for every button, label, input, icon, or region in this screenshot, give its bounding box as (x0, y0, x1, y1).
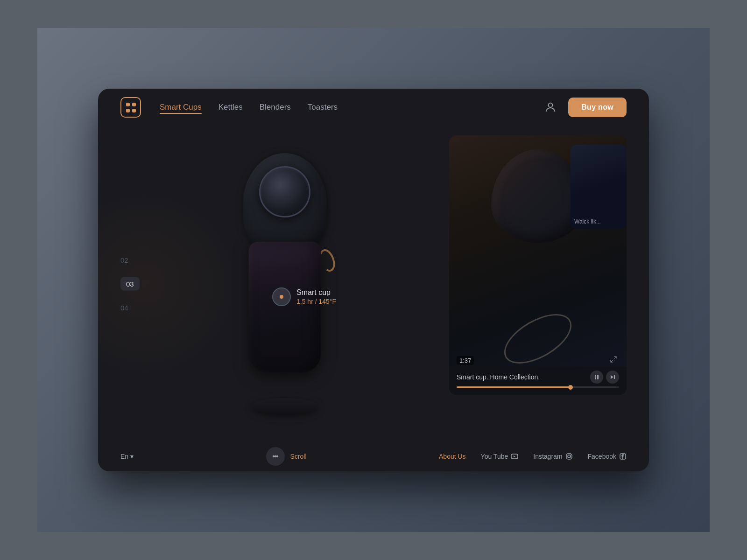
next-button[interactable] (606, 371, 619, 384)
language-selector[interactable]: En ▾ (120, 453, 134, 460)
product-image: Smart cup 1.5 hr / 145°F (224, 153, 345, 414)
svg-rect-3 (614, 375, 615, 379)
nav-item-kettles[interactable]: Kettles (218, 103, 243, 112)
language-arrow: ▾ (130, 453, 134, 460)
nav-item-blenders[interactable]: Blenders (260, 103, 291, 112)
scroll-button[interactable] (266, 447, 285, 466)
buy-now-button[interactable]: Buy now (568, 98, 627, 117)
svg-point-0 (549, 103, 553, 107)
cup-lens (259, 166, 310, 217)
product-tooltip: Smart cup 1.5 hr / 145°F (272, 287, 336, 306)
header: Smart Cups Kettles Blenders Toasters Buy… (98, 89, 649, 126)
video-panel: 1:37 Smart cup. Home Collection. (449, 135, 627, 395)
svg-point-10 (570, 455, 571, 455)
video-timestamp: 1:37 (457, 356, 474, 365)
nav-item-smart-cups[interactable]: Smart Cups (160, 103, 202, 112)
footer-links: About Us You Tube Instagram (439, 453, 627, 460)
video-second[interactable]: Walck lik... (571, 145, 627, 229)
slide-num-02[interactable]: 02 (120, 256, 140, 264)
tooltip-text: Smart cup 1.5 hr / 145°F (296, 288, 336, 305)
footer-link-facebook[interactable]: Facebook (588, 453, 627, 460)
facebook-label: Facebook (588, 453, 616, 460)
footer: En ▾ Scroll About Us You Tub (98, 441, 649, 471)
cup-lid (243, 153, 327, 256)
language-label: En (120, 453, 128, 460)
svg-rect-2 (597, 375, 599, 379)
footer-link-about-us[interactable]: About Us (439, 453, 466, 460)
svg-point-9 (568, 455, 571, 458)
youtube-label: You Tube (481, 453, 508, 460)
logo-dot-3 (126, 109, 130, 112)
app-window: Smart Cups Kettles Blenders Toasters Buy… (98, 89, 649, 471)
slide-num-04[interactable]: 04 (120, 304, 140, 312)
video-title: Smart cup. Home Collection. (457, 373, 540, 381)
progress-fill (457, 386, 571, 388)
cup-base (252, 398, 317, 414)
nav-item-toasters[interactable]: Toasters (308, 103, 338, 112)
tooltip-dot[interactable] (272, 287, 291, 306)
main-content: 02 03 04 (98, 126, 649, 441)
video-controls-bar: Smart cup. Home Collection. (449, 367, 627, 395)
scroll-label: Scroll (290, 453, 307, 460)
video-title-row: Smart cup. Home Collection. (457, 371, 619, 384)
main-nav: Smart Cups Kettles Blenders Toasters (160, 103, 542, 112)
svg-rect-1 (595, 375, 596, 379)
scroll-control: Scroll (266, 447, 307, 466)
video-arc (496, 304, 580, 367)
expand-icon[interactable] (610, 356, 619, 365)
outer-background: Smart Cups Kettles Blenders Toasters Buy… (37, 28, 710, 532)
progress-bar[interactable] (457, 386, 619, 388)
svg-rect-8 (566, 454, 572, 459)
footer-link-instagram[interactable]: Instagram (533, 453, 572, 460)
logo-dots (126, 103, 136, 112)
logo-dot-1 (126, 103, 130, 106)
product-area: Smart cup 1.5 hr / 145°F (173, 126, 397, 441)
video-controls (590, 371, 619, 384)
pause-button[interactable] (590, 371, 603, 384)
logo-dot-2 (132, 103, 136, 106)
svg-point-4 (275, 456, 276, 457)
footer-link-youtube[interactable]: You Tube (481, 453, 519, 460)
video-second-thumbnail: Walck lik... (571, 145, 627, 229)
slide-numbers: 02 03 04 (98, 256, 140, 312)
header-right: Buy now (542, 98, 627, 117)
about-us-label: About Us (439, 453, 466, 460)
svg-point-5 (273, 456, 274, 457)
product-specs: 1.5 hr / 145°F (296, 298, 336, 305)
product-name: Smart cup (296, 288, 336, 297)
logo-dot-4 (132, 109, 136, 112)
video-second-title: Walck lik... (574, 218, 601, 225)
tooltip-dot-inner (280, 295, 283, 299)
slide-num-03[interactable]: 03 (120, 277, 140, 291)
user-icon[interactable] (542, 99, 559, 116)
logo[interactable] (120, 97, 141, 118)
cup-body (249, 242, 321, 372)
instagram-label: Instagram (533, 453, 562, 460)
progress-thumb (568, 385, 573, 390)
svg-point-6 (276, 456, 278, 457)
